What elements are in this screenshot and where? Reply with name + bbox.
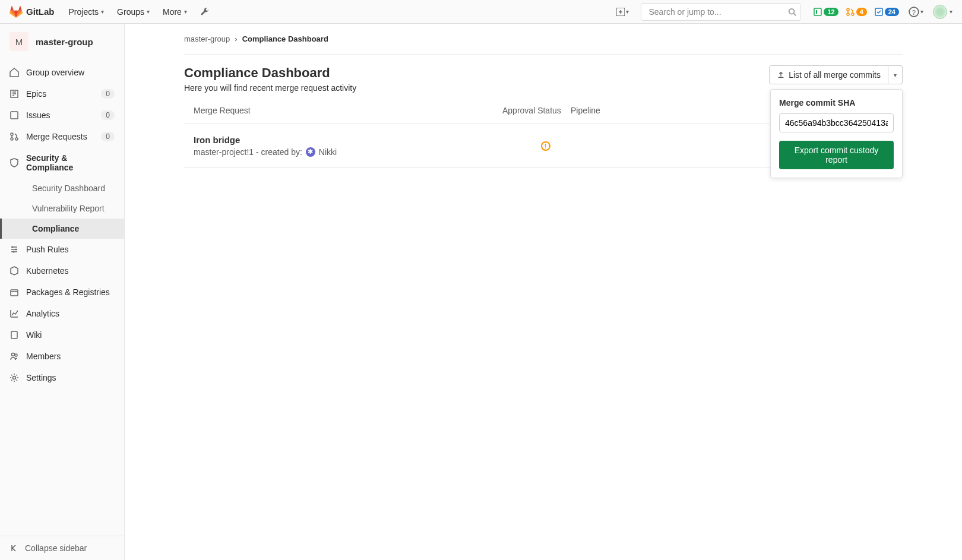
epic-icon bbox=[10, 89, 19, 99]
gitlab-logo[interactable]: GitLab bbox=[10, 5, 55, 18]
issues-icon bbox=[10, 110, 19, 120]
nav-menu: Projects▾ Groups▾ More▾ bbox=[63, 4, 216, 20]
home-icon bbox=[10, 68, 19, 77]
todos-badge[interactable]: 24 bbox=[874, 7, 899, 17]
chevron-down-icon: ▾ bbox=[184, 8, 187, 15]
nav-groups[interactable]: Groups▾ bbox=[111, 4, 156, 20]
merge-request-icon bbox=[846, 7, 855, 17]
brand-text: GitLab bbox=[26, 7, 55, 17]
sidebar-item-packages[interactable]: Packages & Registries bbox=[0, 281, 124, 303]
chevron-down-icon: ▾ bbox=[894, 72, 897, 78]
svg-point-1 bbox=[789, 8, 795, 14]
search-input[interactable] bbox=[641, 3, 801, 21]
svg-point-21 bbox=[12, 353, 15, 356]
export-dropdown-panel: Merge commit SHA Export commit custody r… bbox=[770, 89, 903, 178]
mr-title[interactable]: Iron bridge bbox=[194, 135, 502, 145]
svg-rect-11 bbox=[11, 112, 18, 119]
chevron-down-icon: ▾ bbox=[920, 8, 923, 15]
sidebar-item-security[interactable]: Security & Compliance bbox=[0, 147, 124, 178]
stat-badges: 12 4 24 bbox=[813, 7, 899, 17]
svg-point-16 bbox=[15, 249, 17, 251]
admin-wrench[interactable] bbox=[194, 4, 216, 20]
svg-point-22 bbox=[15, 354, 17, 356]
svg-marker-18 bbox=[11, 267, 18, 275]
breadcrumb-parent[interactable]: master-group bbox=[184, 34, 230, 43]
chevron-right-icon: › bbox=[235, 34, 237, 43]
collapse-icon bbox=[10, 543, 19, 553]
new-menu[interactable]: ▾ bbox=[613, 5, 632, 18]
svg-rect-3 bbox=[816, 10, 817, 14]
svg-rect-20 bbox=[11, 331, 17, 338]
security-submenu: Security Dashboard Vulnerability Report … bbox=[0, 178, 124, 239]
svg-text:?: ? bbox=[912, 8, 916, 15]
sidebar-item-wiki[interactable]: Wiki bbox=[0, 324, 124, 346]
sidebar-nav: Group overview Epics0 Issues0 Merge Requ… bbox=[0, 59, 124, 536]
sidebar-item-merge-requests[interactable]: Merge Requests0 bbox=[0, 126, 124, 147]
kubernetes-icon bbox=[10, 266, 19, 276]
issue-icon bbox=[813, 7, 822, 17]
sidebar-header[interactable]: M master-group bbox=[0, 24, 124, 59]
export-button-group: List of all merge commits ▾ bbox=[769, 65, 903, 84]
analytics-icon bbox=[10, 309, 19, 318]
gear-icon bbox=[10, 373, 19, 382]
issues-badge[interactable]: 12 bbox=[813, 7, 838, 17]
col-header-mr: Merge Request bbox=[194, 106, 502, 115]
svg-point-14 bbox=[15, 138, 18, 140]
warning-icon: ! bbox=[541, 141, 550, 151]
approval-cell: ! bbox=[502, 141, 588, 151]
tanuki-icon bbox=[10, 5, 23, 18]
svg-point-6 bbox=[852, 13, 854, 15]
sha-input[interactable] bbox=[779, 113, 894, 132]
wrench-icon bbox=[200, 7, 210, 17]
mr-cell: Iron bridge master-project!1 - created b… bbox=[194, 135, 502, 157]
package-icon bbox=[10, 287, 19, 297]
search-wrap bbox=[641, 3, 801, 21]
sidebar-item-settings[interactable]: Settings bbox=[0, 367, 124, 388]
book-icon bbox=[10, 330, 19, 340]
sidebar-item-members[interactable]: Members bbox=[0, 346, 124, 367]
sidebar-item-security-dashboard[interactable]: Security Dashboard bbox=[23, 178, 124, 198]
page-header: Compliance Dashboard Here you will find … bbox=[184, 55, 903, 97]
sidebar-item-analytics[interactable]: Analytics bbox=[0, 303, 124, 324]
sidebar-item-overview[interactable]: Group overview bbox=[0, 62, 124, 83]
collapse-sidebar[interactable]: Collapse sidebar bbox=[0, 536, 124, 560]
user-menu[interactable]: ▾ bbox=[933, 5, 952, 19]
sidebar-item-compliance[interactable]: Compliance bbox=[0, 219, 124, 239]
col-header-approval: Approval Status bbox=[502, 106, 571, 115]
svg-point-5 bbox=[847, 13, 849, 15]
group-name: master-group bbox=[36, 37, 93, 47]
svg-point-4 bbox=[847, 8, 849, 11]
svg-point-15 bbox=[12, 246, 14, 248]
question-icon: ? bbox=[909, 7, 919, 17]
list-merge-commits-button[interactable]: List of all merge commits bbox=[769, 65, 888, 84]
mr-author[interactable]: Nikki bbox=[319, 147, 337, 157]
breadcrumb-current: Compliance Dashboard bbox=[242, 34, 328, 43]
sidebar-item-epics[interactable]: Epics0 bbox=[0, 83, 124, 105]
page-description: Here you will find recent merge request … bbox=[184, 83, 356, 93]
upload-icon bbox=[777, 71, 785, 79]
export-dropdown-toggle[interactable]: ▾ bbox=[888, 65, 903, 84]
nav-more[interactable]: More▾ bbox=[157, 4, 193, 20]
page-actions: List of all merge commits ▾ Merge commit… bbox=[769, 65, 903, 84]
plus-square-icon bbox=[616, 8, 625, 16]
help-menu[interactable]: ?▾ bbox=[909, 7, 923, 17]
sidebar-item-vulnerability-report[interactable]: Vulnerability Report bbox=[23, 198, 124, 219]
chevron-down-icon: ▾ bbox=[626, 8, 629, 15]
svg-point-17 bbox=[13, 251, 15, 253]
svg-rect-19 bbox=[11, 290, 18, 296]
main-content: master-group › Compliance Dashboard Comp… bbox=[125, 24, 962, 560]
push-rules-icon bbox=[10, 245, 19, 254]
nav-projects[interactable]: Projects▾ bbox=[63, 4, 110, 20]
sidebar-item-kubernetes[interactable]: Kubernetes bbox=[0, 260, 124, 281]
export-custody-report-button[interactable]: Export commit custody report bbox=[779, 141, 894, 169]
chevron-down-icon: ▾ bbox=[147, 8, 150, 15]
author-avatar-icon bbox=[306, 147, 315, 157]
svg-point-13 bbox=[11, 138, 13, 140]
search-icon bbox=[788, 8, 796, 16]
sidebar-item-issues[interactable]: Issues0 bbox=[0, 105, 124, 126]
mrs-badge[interactable]: 4 bbox=[846, 7, 867, 17]
top-navbar: GitLab Projects▾ Groups▾ More▾ ▾ 12 4 24… bbox=[0, 0, 962, 24]
sidebar-item-push-rules[interactable]: Push Rules bbox=[0, 239, 124, 260]
sidebar: M master-group Group overview Epics0 Iss… bbox=[0, 24, 125, 560]
sha-label: Merge commit SHA bbox=[779, 98, 894, 107]
